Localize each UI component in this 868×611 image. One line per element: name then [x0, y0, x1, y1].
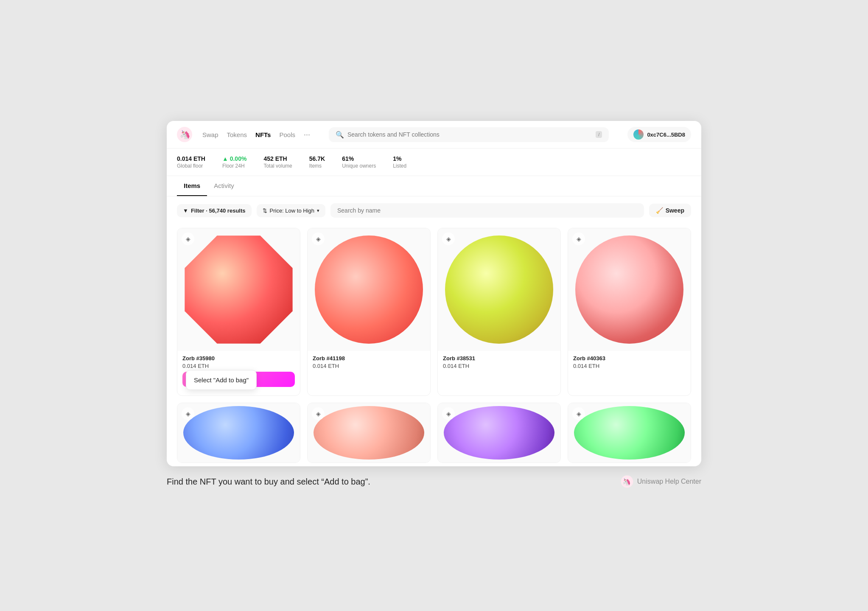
stat-floor24h-label: Floor 24H: [222, 163, 246, 169]
nft-sphere-2: [438, 228, 560, 351]
nft-image-6: ◈: [438, 403, 560, 462]
footer-brand: 🦄 Uniswap Help Center: [620, 475, 701, 488]
stat-floor24h: ▲ 0.00% Floor 24H: [222, 155, 246, 169]
stat-floor24h-value: ▲ 0.00%: [222, 155, 246, 162]
tabs: Items Activity: [167, 176, 701, 196]
tab-items[interactable]: Items: [177, 176, 207, 196]
nft-image-0: ◈: [177, 228, 300, 351]
stat-listed-value: 1%: [393, 155, 406, 162]
nft-price-3: 0.014 ETH: [573, 363, 686, 369]
svg-text:🦄: 🦄: [622, 478, 631, 486]
uniswap-logo: 🦄: [177, 127, 192, 142]
nft-image-3: ◈: [568, 228, 691, 351]
filter-button[interactable]: ▼ Filter · 56,740 results: [177, 204, 252, 217]
footer-instruction: Find the NFT you want to buy and select …: [167, 477, 370, 487]
nft-price-1: 0.014 ETH: [313, 363, 425, 369]
filter-icon: ▼: [183, 207, 188, 214]
stat-floor-value: 0.014 ETH: [177, 155, 205, 162]
nft-sphere-7: [568, 403, 691, 462]
nav-more[interactable]: ···: [304, 130, 310, 139]
add-to-bag-tooltip: Select "Add to bag": [186, 370, 257, 390]
stat-volume-label: Total volume: [263, 163, 292, 169]
nft-name-2: Zorb #38531: [443, 355, 555, 362]
nav-swap[interactable]: Swap: [202, 131, 218, 138]
stat-owners-label: Unique owners: [342, 163, 376, 169]
nft-eth-badge-6: ◈: [442, 407, 455, 420]
nft-eth-badge-3: ◈: [572, 233, 585, 245]
nav-links: Swap Tokens NFTs Pools ···: [202, 130, 310, 139]
nft-eth-badge-5: ◈: [312, 407, 325, 420]
stats-bar: 0.014 ETH Global floor ▲ 0.00% Floor 24H…: [167, 149, 701, 176]
stat-owners: 61% Unique owners: [342, 155, 376, 169]
nft-sphere-5: [308, 403, 430, 462]
nft-card-4: ◈: [177, 403, 300, 463]
filter-bar: ▼ Filter · 56,740 results ⇅ Price: Low t…: [167, 196, 701, 224]
sort-label: Price: Low to High: [270, 207, 315, 214]
nft-eth-badge-0: ◈: [182, 233, 194, 245]
stat-floor-label: Global floor: [177, 163, 205, 169]
nft-image-7: ◈: [568, 403, 691, 462]
stat-volume: 452 ETH Total volume: [263, 155, 292, 169]
nft-card-1: ◈ Zorb #41198 0.014 ETH: [307, 228, 431, 396]
nft-sphere-3: [568, 228, 691, 351]
stat-volume-value: 452 ETH: [263, 155, 292, 162]
nft-sphere-0: [177, 228, 300, 351]
search-icon: 🔍: [336, 131, 344, 139]
sweep-label: Sweep: [666, 207, 684, 214]
nft-sphere-1: [308, 228, 430, 351]
nft-card-2: ◈ Zorb #38531 0.014 ETH: [437, 228, 561, 396]
nft-name-1: Zorb #41198: [313, 355, 425, 362]
svg-text:🦄: 🦄: [180, 129, 190, 140]
footer: Find the NFT you want to buy and select …: [167, 466, 701, 490]
global-search-input[interactable]: [347, 131, 592, 138]
nft-name-3: Zorb #40363: [573, 355, 686, 362]
uniswap-footer-logo: 🦄: [620, 475, 634, 488]
sort-button[interactable]: ⇅ Price: Low to High ▾: [257, 204, 326, 217]
tab-activity[interactable]: Activity: [207, 176, 241, 196]
sweep-button[interactable]: 🧹 Sweep: [649, 204, 691, 217]
filter-label: Filter · 56,740 results: [191, 207, 246, 214]
stat-items-value: 56.7K: [309, 155, 325, 162]
nft-eth-badge-4: ◈: [182, 407, 194, 420]
nft-card-7: ◈: [568, 403, 691, 463]
nft-card-5: ◈: [307, 403, 431, 463]
nav-tokens[interactable]: Tokens: [227, 131, 247, 138]
nft-price-2: 0.014 ETH: [443, 363, 555, 369]
nft-eth-badge-1: ◈: [312, 233, 325, 245]
nft-image-1: ◈: [308, 228, 430, 351]
search-shortcut: /: [596, 131, 602, 138]
nav-pools[interactable]: Pools: [279, 131, 295, 138]
nft-card-0: ◈ Zorb #35980 0.014 ETH Add to bag Selec…: [177, 228, 300, 396]
nft-eth-badge-2: ◈: [442, 233, 455, 245]
nft-name-0: Zorb #35980: [182, 355, 295, 362]
global-search[interactable]: 🔍 /: [329, 127, 609, 142]
nft-eth-badge-7: ◈: [572, 407, 585, 420]
browser-card: 🦄 Swap Tokens NFTs Pools ··· 🔍 / 0xc7C6.…: [167, 121, 701, 466]
search-name-input[interactable]: [330, 203, 644, 218]
nft-card-3: ◈ Zorb #40363 0.014 ETH: [568, 228, 691, 396]
wallet-button[interactable]: 0xc7C6...5BD8: [627, 127, 691, 142]
outer-wrapper: 🦄 Swap Tokens NFTs Pools ··· 🔍 / 0xc7C6.…: [167, 121, 701, 490]
footer-brand-name: Uniswap Help Center: [637, 478, 701, 485]
stat-floor: 0.014 ETH Global floor: [177, 155, 205, 169]
stat-items-label: Items: [309, 163, 325, 169]
nft-card-6: ◈: [437, 403, 561, 463]
nft-image-2: ◈: [438, 228, 560, 351]
nft-info-2: Zorb #38531 0.014 ETH: [438, 351, 560, 373]
navbar: 🦄 Swap Tokens NFTs Pools ··· 🔍 / 0xc7C6.…: [167, 121, 701, 149]
nft-info-1: Zorb #41198 0.014 ETH: [308, 351, 430, 373]
stat-items: 56.7K Items: [309, 155, 325, 169]
nav-nfts[interactable]: NFTs: [255, 131, 271, 138]
stat-listed: 1% Listed: [393, 155, 406, 169]
nft-price-0: 0.014 ETH: [182, 363, 295, 369]
stat-listed-label: Listed: [393, 163, 406, 169]
wallet-address: 0xc7C6...5BD8: [647, 132, 685, 138]
nft-grid: ◈ Zorb #35980 0.014 ETH Add to bag Selec…: [167, 224, 701, 466]
nft-info-3: Zorb #40363 0.014 ETH: [568, 351, 691, 373]
sort-icon: ⇅: [263, 207, 267, 214]
nft-image-5: ◈: [308, 403, 430, 462]
nft-sphere-4: [177, 403, 300, 462]
sweep-icon: 🧹: [656, 207, 663, 214]
nft-image-4: ◈: [177, 403, 300, 462]
nft-sphere-6: [438, 403, 560, 462]
